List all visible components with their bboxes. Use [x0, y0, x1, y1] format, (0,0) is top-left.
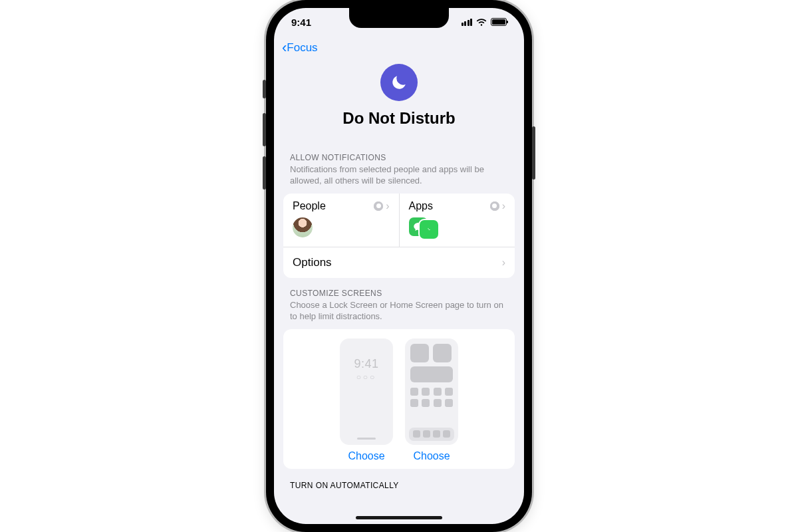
focus-hero-icon-bg: [380, 64, 418, 101]
apps-row[interactable]: Apps ›: [399, 194, 515, 247]
lockscreen-preview-widgets: ○○○: [340, 372, 393, 382]
dock-icon: [409, 428, 454, 441]
volume-up-button: [263, 113, 266, 146]
gear-icon: [374, 201, 383, 211]
moon-icon: [390, 73, 408, 92]
notch: [349, 8, 449, 28]
power-button: [532, 126, 535, 180]
wifi-icon: [476, 18, 487, 26]
gear-icon: [490, 201, 499, 211]
people-row[interactable]: People ›: [283, 194, 399, 247]
auto-section-title: TURN ON AUTOMATICALLY: [274, 469, 524, 490]
focus-title: Do Not Disturb: [342, 109, 455, 128]
apps-label: Apps: [409, 200, 433, 212]
phone-app-icon: [420, 220, 438, 239]
contact-avatar: [293, 217, 313, 237]
customize-section-header: CUSTOMIZE SCREENS Choose a Lock Screen o…: [274, 278, 524, 324]
phone-frame: 9:41 ‹ Focus: [266, 0, 532, 532]
status-time: 9:41: [291, 17, 311, 28]
homescreen-preview[interactable]: [405, 338, 458, 445]
options-row[interactable]: Options ›: [283, 247, 515, 278]
allowed-apps-cluster: [409, 217, 438, 239]
choose-homescreen-button[interactable]: Choose: [413, 450, 450, 462]
back-label: Focus: [287, 41, 317, 55]
back-button[interactable]: ‹ Focus: [282, 41, 318, 55]
chevron-right-icon: ›: [502, 200, 505, 212]
screen: 9:41 ‹ Focus: [274, 8, 524, 524]
home-indicator[interactable]: [356, 516, 442, 519]
allow-section-title: ALLOW NOTIFICATIONS: [290, 153, 508, 162]
customize-section-title: CUSTOMIZE SCREENS: [290, 289, 508, 298]
lockscreen-preview-time: 9:41: [340, 357, 393, 371]
people-label: People: [293, 200, 326, 212]
lockscreen-preview[interactable]: 9:41 ○○○: [340, 338, 393, 445]
nav-bar: ‹ Focus: [274, 36, 524, 60]
allow-card: People › Apps: [283, 194, 515, 278]
chevron-right-icon: ›: [386, 200, 389, 212]
ring-switch: [263, 80, 266, 98]
chevron-right-icon: ›: [502, 257, 505, 269]
focus-hero: Do Not Disturb: [274, 60, 524, 142]
customize-section-desc: Choose a Lock Screen or Home Screen page…: [290, 300, 508, 323]
allow-section-desc: Notifications from selected people and a…: [290, 164, 508, 187]
battery-icon: [491, 18, 507, 26]
options-label: Options: [293, 256, 332, 269]
choose-lockscreen-button[interactable]: Choose: [348, 450, 384, 462]
cellular-icon: [462, 19, 473, 26]
volume-down-button: [263, 156, 266, 190]
home-indicator-icon: [357, 438, 376, 440]
allow-section-header: ALLOW NOTIFICATIONS Notifications from s…: [274, 142, 524, 188]
customize-card: 9:41 ○○○ Choose: [283, 329, 515, 469]
